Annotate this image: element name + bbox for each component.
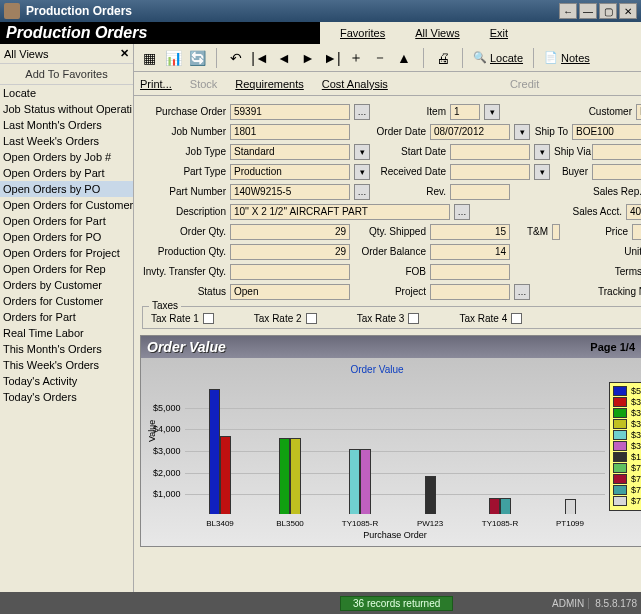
input-description[interactable]: 10'' X 2 1/2'' AIRCRAFT PART <box>230 204 450 220</box>
notes-icon: 📄 <box>544 51 558 64</box>
first-icon[interactable]: |◄ <box>251 49 269 67</box>
arrow-left-icon[interactable]: ← <box>559 3 577 19</box>
add-to-favorites[interactable]: Add To Favorites <box>0 64 133 85</box>
input-buyer[interactable] <box>592 164 641 180</box>
sidebar-item[interactable]: Orders for Customer <box>0 293 133 309</box>
minimize-button[interactable]: — <box>579 3 597 19</box>
sidebar-item[interactable]: Orders for Part <box>0 309 133 325</box>
remove-icon[interactable]: － <box>371 49 389 67</box>
sidebar-item[interactable]: Orders by Customer <box>0 277 133 293</box>
sidebar-item[interactable]: Job Status without Operati... <box>0 101 133 117</box>
edit-icon[interactable]: ▲ <box>395 49 413 67</box>
input-qtyShipped[interactable]: 15 <box>430 224 510 240</box>
input-productionQty[interactable]: 29 <box>230 244 350 260</box>
sidebar-item[interactable]: Open Orders for Customer <box>0 197 133 213</box>
input-project[interactable] <box>430 284 510 300</box>
grid-icon[interactable]: ▦ <box>140 49 158 67</box>
tax-checkbox-2[interactable] <box>306 313 317 324</box>
input-status[interactable]: Open <box>230 284 350 300</box>
sidebar-item[interactable]: Locate <box>0 85 133 101</box>
tax-checkbox-4[interactable] <box>511 313 522 324</box>
sidebar-item[interactable]: This Week's Orders <box>0 357 133 373</box>
sidebar-item[interactable]: Open Orders by Job # <box>0 149 133 165</box>
input-tm[interactable] <box>552 224 560 240</box>
input-orderDate[interactable]: 08/07/2012 <box>430 124 510 140</box>
lookup-partNumber[interactable]: … <box>354 184 370 200</box>
tax-rate-3[interactable]: Tax Rate 3 <box>357 313 420 324</box>
undo-icon[interactable]: ↶ <box>227 49 245 67</box>
input-shipTo[interactable]: BOE100 <box>572 124 641 140</box>
sidebar-title: All Views <box>4 48 120 60</box>
input-salesAcct[interactable]: 4000 <box>626 204 641 220</box>
input-price[interactable]: $124.78000 <box>632 224 641 240</box>
sidebar-item[interactable]: Today's Orders <box>0 389 133 405</box>
picker-orderDate[interactable]: ▾ <box>514 124 530 140</box>
input-partType[interactable]: Production <box>230 164 350 180</box>
tax-rate-4[interactable]: Tax Rate 4 <box>459 313 522 324</box>
tax-checkbox-1[interactable] <box>203 313 214 324</box>
menu-favorites[interactable]: Favorites <box>340 27 385 39</box>
input-customer[interactable]: BOE100 <box>636 104 641 120</box>
chart-icon[interactable]: 📊 <box>164 49 182 67</box>
sidebar-item[interactable]: Last Week's Orders <box>0 133 133 149</box>
credit-link: Credit <box>510 78 539 90</box>
input-jobNumber[interactable]: 1801 <box>230 124 350 140</box>
print-link[interactable]: Print... <box>140 78 172 90</box>
refresh-icon[interactable]: 🔄 <box>188 49 206 67</box>
input-shipVia[interactable] <box>592 144 641 160</box>
label-unit: Unit <box>578 246 641 257</box>
picker-item[interactable]: ▾ <box>484 104 500 120</box>
input-purchaseOrder[interactable]: 59391 <box>230 104 350 120</box>
lookup-description[interactable]: … <box>454 204 470 220</box>
sidebar-item[interactable]: Open Orders by PO <box>0 181 133 197</box>
input-invtyTransferQty[interactable] <box>230 264 350 280</box>
sidebar-item[interactable]: This Month's Orders <box>0 341 133 357</box>
dropdown-jobType[interactable]: ▾ <box>354 144 370 160</box>
add-icon[interactable]: ＋ <box>347 49 365 67</box>
chart-pane: Order Value Page 1/4 ⇦ ⇨ 📋 🖨 💾 Order Val… <box>140 335 641 547</box>
input-fob[interactable] <box>430 264 510 280</box>
input-partNumber[interactable]: 140W9215-5 <box>230 184 350 200</box>
prev-icon[interactable]: ◄ <box>275 49 293 67</box>
locate-link[interactable]: 🔍Locate <box>473 51 523 64</box>
picker-startDate[interactable]: ▾ <box>534 144 550 160</box>
bar <box>500 498 511 514</box>
tax-rate-1[interactable]: Tax Rate 1 <box>151 313 214 324</box>
label-partNumber: Part Number <box>142 186 226 197</box>
sidebar-item[interactable]: Open Orders by Part <box>0 165 133 181</box>
cost-analysis-link[interactable]: Cost Analysis <box>322 78 388 90</box>
tax-checkbox-3[interactable] <box>408 313 419 324</box>
requirements-link[interactable]: Requirements <box>235 78 303 90</box>
input-jobType[interactable]: Standard <box>230 144 350 160</box>
picker-receivedDate[interactable]: ▾ <box>534 164 550 180</box>
lookup-purchaseOrder[interactable]: … <box>354 104 370 120</box>
input-orderBalance[interactable]: 14 <box>430 244 510 260</box>
sidebar-item[interactable]: Open Orders for Project <box>0 245 133 261</box>
input-receivedDate[interactable] <box>450 164 530 180</box>
dropdown-partType[interactable]: ▾ <box>354 164 370 180</box>
lookup-project[interactable]: … <box>514 284 530 300</box>
tax-rate-2[interactable]: Tax Rate 2 <box>254 313 317 324</box>
sidebar-item[interactable]: Last Month's Orders <box>0 117 133 133</box>
menu-allviews[interactable]: All Views <box>415 27 459 39</box>
sidebar-close-icon[interactable]: ✕ <box>120 47 129 60</box>
label-salesAcct: Sales Acct. <box>558 206 622 217</box>
input-item[interactable]: 1 <box>450 104 480 120</box>
last-icon[interactable]: ►| <box>323 49 341 67</box>
label-trackingNumber: Tracking Number <box>598 286 641 297</box>
input-orderQty[interactable]: 29 <box>230 224 350 240</box>
sidebar-item[interactable]: Real Time Labor <box>0 325 133 341</box>
next-icon[interactable]: ► <box>299 49 317 67</box>
sidebar-item[interactable]: Open Orders for PO <box>0 229 133 245</box>
input-startDate[interactable] <box>450 144 530 160</box>
maximize-button[interactable]: ▢ <box>599 3 617 19</box>
sidebar-item[interactable]: Today's Activity <box>0 373 133 389</box>
input-rev[interactable] <box>450 184 510 200</box>
menu-exit[interactable]: Exit <box>490 27 508 39</box>
sidebar-item[interactable]: Open Orders for Rep <box>0 261 133 277</box>
sidebar-item[interactable]: Open Orders for Part <box>0 213 133 229</box>
print-icon[interactable]: 🖨 <box>434 49 452 67</box>
label-item: Item <box>374 106 446 117</box>
close-button[interactable]: ✕ <box>619 3 637 19</box>
notes-link[interactable]: 📄Notes <box>544 51 590 64</box>
